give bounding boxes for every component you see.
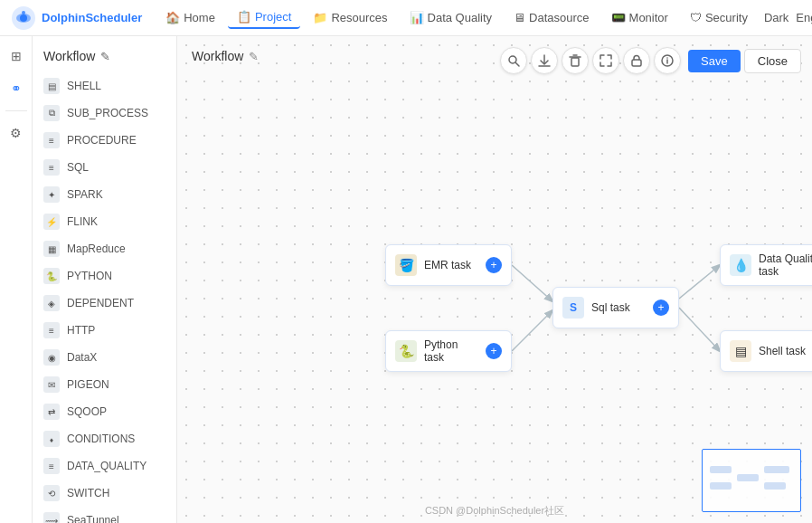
- task-item-shell[interactable]: ▤ SHELL: [33, 72, 176, 100]
- dq-node-icon: 💧: [730, 254, 751, 276]
- svg-line-5: [516, 63, 520, 67]
- node-dq[interactable]: 💧 Data Quality task +: [720, 244, 812, 286]
- mapreduce-icon: ▦: [43, 241, 60, 257]
- nav-right: Dark English ▾ Asia/Shanghai ▾ 👤 admin1 …: [764, 11, 812, 24]
- sqoop-icon: ⇄: [43, 404, 60, 420]
- node-emr[interactable]: 🪣 EMR task +: [385, 244, 512, 286]
- dependent-icon: ◈: [43, 295, 60, 311]
- datax-icon: ◉: [43, 349, 60, 366]
- workflow-title-text: Workflow: [43, 49, 95, 63]
- left-icon-users[interactable]: ⚭: [4, 76, 29, 101]
- switch-icon: ⟲: [43, 485, 60, 501]
- python-add-btn[interactable]: +: [486, 343, 502, 359]
- datasource-icon: 🖥: [514, 11, 525, 24]
- task-item-python[interactable]: 🐍 PYTHON: [33, 262, 176, 290]
- emr-node-label: EMR task: [424, 259, 478, 271]
- nav-home[interactable]: 🏠 Home: [156, 7, 224, 28]
- toolbar-search-btn[interactable]: [500, 47, 527, 74]
- task-item-seatunnel[interactable]: ⟿ SeaTunnel: [33, 507, 176, 523]
- project-icon: 📋: [237, 10, 251, 24]
- nav-datasource[interactable]: 🖥 Datasource: [505, 7, 598, 28]
- nav-security[interactable]: 🛡 Security: [681, 7, 757, 28]
- save-button[interactable]: Save: [688, 50, 741, 72]
- task-item-procedure[interactable]: ≡ PROCEDURE: [33, 127, 176, 154]
- logo: DolphinScheduler: [11, 5, 142, 31]
- task-item-sqoop[interactable]: ⇄ SQOOP: [33, 398, 176, 425]
- workflow-title-area: Workflow ✎: [33, 43, 176, 72]
- svg-rect-11: [632, 60, 641, 66]
- sql-add-btn[interactable]: +: [653, 300, 669, 316]
- nav-resources[interactable]: 📁 Resources: [304, 7, 396, 28]
- canvas-workflow-title: Workflow ✎: [192, 49, 259, 63]
- toolbar-fullscreen-btn[interactable]: [592, 47, 619, 74]
- canvas-edit-icon[interactable]: ✎: [249, 50, 259, 63]
- watermark: CSDN @DolphinScheduler社区: [425, 504, 564, 518]
- task-item-conditions[interactable]: ⬧ CONDITIONS: [33, 425, 176, 452]
- task-item-http[interactable]: ≡ HTTP: [33, 317, 176, 344]
- sql-node-label: Sql task: [591, 301, 646, 314]
- data-quality-task-icon: ≡: [43, 458, 60, 474]
- seatunnel-icon: ⟿: [43, 512, 60, 523]
- resources-icon: 📁: [313, 11, 327, 24]
- spark-icon: ✦: [43, 186, 60, 203]
- task-item-datax[interactable]: ◉ DataX: [33, 344, 176, 371]
- task-item-dependent[interactable]: ◈ DEPENDENT: [33, 290, 176, 317]
- nav-data-quality[interactable]: 📊 Data Quality: [401, 7, 502, 28]
- emr-add-btn[interactable]: +: [486, 257, 502, 273]
- dq-node-label: Data Quality task: [759, 252, 812, 278]
- language-selector[interactable]: English ▾: [796, 11, 812, 24]
- sql-node-icon: S: [562, 297, 584, 319]
- left-divider: [5, 110, 27, 111]
- task-item-flink[interactable]: ⚡ FLINK: [33, 208, 176, 235]
- shell-node-label: Shell task: [759, 345, 812, 357]
- svg-rect-8: [571, 58, 579, 66]
- http-icon: ≡: [43, 322, 60, 338]
- sql-icon: ≡: [43, 159, 60, 176]
- task-item-pigeon[interactable]: ✉ PIGEON: [33, 371, 176, 398]
- left-icon-settings[interactable]: ⚙: [4, 120, 29, 146]
- procedure-icon: ≡: [43, 132, 60, 148]
- svg-point-3: [22, 11, 25, 14]
- svg-point-14: [666, 57, 668, 59]
- task-item-switch[interactable]: ⟲ SWITCH: [33, 480, 176, 507]
- theme-toggle[interactable]: Dark: [764, 11, 788, 24]
- top-nav: DolphinScheduler 🏠 Home 📋 Project 📁 Reso…: [0, 0, 812, 36]
- canvas-workflow-label: Workflow: [192, 49, 243, 63]
- shell-node-icon: ▤: [730, 340, 751, 362]
- python-icon: 🐍: [43, 268, 60, 284]
- mini-map: [702, 449, 801, 512]
- flink-icon: ⚡: [43, 214, 60, 230]
- pigeon-icon: ✉: [43, 376, 60, 393]
- toolbar-info-btn[interactable]: [654, 47, 681, 74]
- monitor-icon: 📟: [611, 11, 626, 24]
- task-item-mapreduce[interactable]: ▦ MapReduce: [33, 235, 176, 262]
- node-sql[interactable]: S Sql task +: [552, 287, 679, 328]
- subprocess-icon: ⧉: [43, 105, 60, 121]
- node-python[interactable]: 🐍 Python task +: [385, 330, 512, 372]
- task-item-spark[interactable]: ✦ SPARK: [33, 181, 176, 208]
- left-icon-bar: ⊞ ⚭ ⚙: [0, 36, 33, 523]
- toolbar-lock-btn[interactable]: [623, 47, 650, 74]
- node-shell[interactable]: ▤ Shell task +: [720, 330, 812, 372]
- left-icon-dashboard[interactable]: ⊞: [4, 43, 29, 69]
- canvas-toolbar: Save Close: [500, 47, 801, 74]
- toolbar-download-btn[interactable]: [531, 47, 558, 74]
- canvas-area[interactable]: Workflow ✎ Save Close: [177, 36, 812, 523]
- python-node-icon: 🐍: [395, 340, 417, 362]
- data-quality-icon: 📊: [410, 11, 424, 24]
- workflow-edit-icon[interactable]: ✎: [100, 50, 110, 63]
- conditions-icon: ⬧: [43, 431, 60, 447]
- nav-monitor[interactable]: 📟 Monitor: [602, 7, 677, 28]
- python-node-label: Python task: [424, 338, 478, 364]
- logo-text: DolphinScheduler: [42, 11, 142, 24]
- task-sidebar: Workflow ✎ ▤ SHELL ⧉ SUB_PROCESS ≡ PROCE…: [33, 36, 177, 523]
- toolbar-delete-btn[interactable]: [562, 47, 589, 74]
- task-item-sql[interactable]: ≡ SQL: [33, 154, 176, 181]
- svg-point-4: [509, 56, 516, 63]
- close-button[interactable]: Close: [744, 49, 801, 73]
- svg-point-2: [20, 14, 27, 22]
- task-item-data-quality[interactable]: ≡ DATA_QUALITY: [33, 452, 176, 480]
- logo-icon: [11, 5, 36, 31]
- nav-project[interactable]: 📋 Project: [228, 6, 300, 29]
- task-item-subprocess[interactable]: ⧉ SUB_PROCESS: [33, 100, 176, 127]
